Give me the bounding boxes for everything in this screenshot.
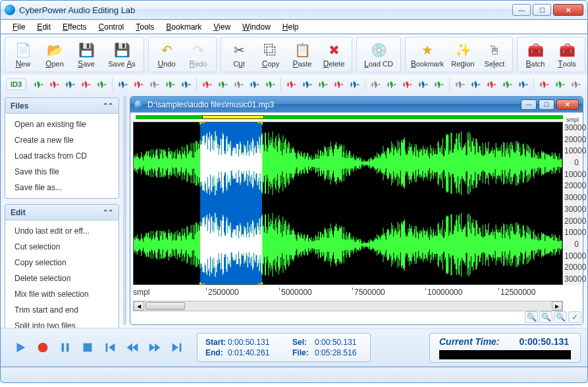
mini-button-8[interactable] xyxy=(163,77,178,91)
saveas-button[interactable]: 💾Save As xyxy=(103,39,141,70)
cut-button[interactable]: ✂Cut xyxy=(224,39,254,70)
copy-button[interactable]: ⿻Copy xyxy=(255,39,286,70)
mini-button-32[interactable] xyxy=(568,77,583,91)
sidebar-item[interactable]: Cut selection xyxy=(5,239,119,255)
scroll-thumb[interactable] xyxy=(146,302,185,310)
menu-help[interactable]: Help xyxy=(277,21,304,33)
batch-button[interactable]: 🧰Batch xyxy=(520,39,550,70)
mini-button-25[interactable] xyxy=(452,77,468,91)
rewind-button[interactable] xyxy=(123,338,142,357)
region-button[interactable]: ✨Region xyxy=(448,39,478,70)
mini-button-3[interactable] xyxy=(78,77,94,91)
horizontal-scrollbar[interactable]: ◀ ▶ xyxy=(133,301,563,311)
menu-control[interactable]: Control xyxy=(94,21,130,33)
loadcd-button[interactable]: 💿Load CD xyxy=(360,39,398,70)
doc-minimize-button[interactable]: — xyxy=(521,99,537,110)
pause-button[interactable] xyxy=(56,338,74,357)
mini-button-16[interactable] xyxy=(300,77,315,91)
mini-button-19[interactable] xyxy=(347,77,362,91)
mini-button-17[interactable] xyxy=(315,77,331,91)
mini-button-30[interactable] xyxy=(537,77,552,91)
menu-bookmark[interactable]: Bookmark xyxy=(161,21,207,33)
mini-button-31[interactable] xyxy=(552,77,568,91)
paste-button[interactable]: 📋Paste xyxy=(287,39,317,70)
mini-button-27[interactable] xyxy=(484,77,499,91)
go-end-button[interactable] xyxy=(168,338,186,357)
forward-button[interactable] xyxy=(146,338,164,357)
mini-button-18[interactable] xyxy=(331,77,346,91)
menu-file[interactable]: File xyxy=(7,21,30,33)
mini-button-20[interactable] xyxy=(368,77,383,91)
menu-view[interactable]: View xyxy=(208,21,236,33)
sidebar-item[interactable]: Save this file xyxy=(5,164,119,180)
mini-button-21[interactable] xyxy=(384,77,399,91)
mini-button-2[interactable] xyxy=(63,77,78,91)
play-button[interactable] xyxy=(11,338,30,357)
menu-tools[interactable]: Tools xyxy=(130,21,159,33)
mini-button-10[interactable] xyxy=(200,77,215,91)
sidebar-item[interactable]: Open an existing file xyxy=(5,116,119,132)
overview-selection[interactable] xyxy=(202,115,264,119)
undo-button[interactable]: ↶Undo xyxy=(151,39,182,70)
mini-button-5[interactable] xyxy=(115,77,130,91)
zoom-in-button[interactable]: 🔍 xyxy=(525,311,538,323)
sidebar-item[interactable]: Mix file with selection xyxy=(5,286,119,302)
mini-button-28[interactable] xyxy=(500,77,515,91)
delete-button[interactable]: ✖Delete xyxy=(319,39,349,70)
bookmark-button[interactable]: ★Bookmark xyxy=(408,39,446,70)
mini-button-13[interactable] xyxy=(247,77,262,91)
overview-bar[interactable] xyxy=(136,115,563,119)
mini-button-22[interactable] xyxy=(400,77,415,91)
scroll-right[interactable]: ▶ xyxy=(552,301,562,311)
mini-button-29[interactable] xyxy=(516,77,531,91)
open-button[interactable]: 📂Open xyxy=(40,39,70,70)
menu-edit[interactable]: Edit xyxy=(32,21,56,33)
maximize-button[interactable]: ☐ xyxy=(533,4,551,16)
sidebar-item[interactable]: Copy selection xyxy=(5,255,119,271)
splitter[interactable] xyxy=(123,96,126,325)
id3-button[interactable]: ID3 xyxy=(6,78,26,90)
record-button[interactable] xyxy=(34,338,52,357)
sidebar-item[interactable]: Split into two files xyxy=(5,318,119,328)
mini-button-7[interactable] xyxy=(147,77,162,91)
zoom-fit-button[interactable]: ✓ xyxy=(568,311,581,323)
menu-window[interactable]: Window xyxy=(237,21,276,33)
mini-button-26[interactable] xyxy=(468,77,483,91)
mini-button-14[interactable] xyxy=(263,77,278,91)
sidebar-header-files[interactable]: Files⌃⌃ xyxy=(5,98,119,114)
svg-rect-8 xyxy=(106,344,108,352)
sidebar-header-edit[interactable]: Edit⌃⌃ xyxy=(5,205,119,220)
zoom-selection-button[interactable]: 🔍 xyxy=(554,311,567,323)
mini-button-11[interactable] xyxy=(215,77,230,91)
sidebar-item[interactable]: Save file as... xyxy=(5,180,119,195)
mini-button-9[interactable] xyxy=(178,77,194,91)
new-button[interactable]: 📄New xyxy=(8,39,38,70)
scroll-left[interactable]: ◀ xyxy=(134,301,144,311)
stop-button[interactable] xyxy=(78,338,97,357)
mini-button-23[interactable] xyxy=(415,77,431,91)
mini-button-12[interactable] xyxy=(231,77,246,91)
sidebar-item[interactable]: Delete selection xyxy=(5,271,119,286)
save-button[interactable]: 💾Save xyxy=(71,39,101,70)
menu-effects[interactable]: Effects xyxy=(57,21,92,33)
go-start-button[interactable] xyxy=(101,338,119,357)
minimize-button[interactable]: — xyxy=(512,4,531,16)
sidebar-item[interactable]: Load tracks from CD xyxy=(5,148,119,164)
mini-button-24[interactable] xyxy=(431,77,446,91)
select-button[interactable]: 🖱Select xyxy=(479,39,510,70)
start-label: Start: xyxy=(205,338,228,347)
mini-button-0[interactable] xyxy=(31,77,46,91)
close-button[interactable]: ✕ xyxy=(553,4,583,16)
doc-close-button[interactable]: ✕ xyxy=(556,99,579,110)
tools-button[interactable]: 🧰Tools xyxy=(552,39,582,70)
waveform-canvas[interactable] xyxy=(133,122,563,285)
doc-maximize-button[interactable]: ☐ xyxy=(539,99,554,110)
sidebar-item[interactable]: Undo last edit or eff... xyxy=(5,223,119,239)
sidebar-item[interactable]: Create a new file xyxy=(5,132,119,148)
mini-button-4[interactable] xyxy=(94,77,109,91)
mini-button-6[interactable] xyxy=(131,77,146,91)
mini-button-15[interactable] xyxy=(284,77,299,91)
sidebar-item[interactable]: Trim start and end xyxy=(5,302,119,318)
zoom-out-button[interactable]: 🔍 xyxy=(539,311,552,323)
mini-button-1[interactable] xyxy=(47,77,62,91)
